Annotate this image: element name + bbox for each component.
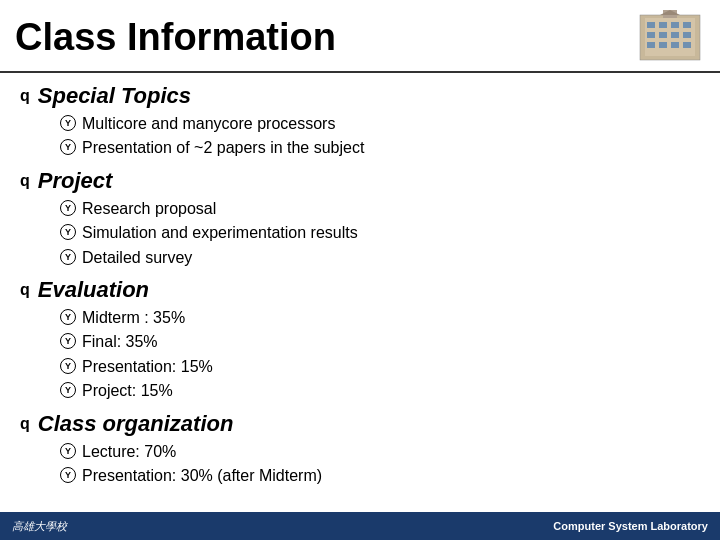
item-circle-bullet: [60, 333, 76, 349]
items-list-evaluation: Midterm : 35%Final: 35%Presentation: 15%…: [20, 307, 700, 403]
section-q-bullet: q: [20, 281, 30, 299]
section-heading-class-organization: qClass organization: [20, 411, 700, 437]
item-circle-bullet: [60, 467, 76, 483]
item-circle-bullet: [60, 249, 76, 265]
items-list-project: Research proposalSimulation and experime…: [20, 198, 700, 269]
logo-building: [635, 10, 705, 65]
item-circle-bullet: [60, 139, 76, 155]
list-item: Lecture: 70%: [60, 441, 700, 463]
section-title-special-topics: Special Topics: [38, 83, 191, 109]
list-item: Detailed survey: [60, 247, 700, 269]
item-text: Presentation of ~2 papers in the subject: [82, 137, 364, 159]
section-heading-evaluation: qEvaluation: [20, 277, 700, 303]
svg-rect-7: [659, 32, 667, 38]
list-item: Midterm : 35%: [60, 307, 700, 329]
list-item: Presentation of ~2 papers in the subject: [60, 137, 700, 159]
item-circle-bullet: [60, 382, 76, 398]
item-text: Project: 15%: [82, 380, 173, 402]
svg-rect-4: [671, 22, 679, 28]
svg-rect-11: [659, 42, 667, 48]
section-class-organization: qClass organizationLecture: 70%Presentat…: [20, 411, 700, 488]
list-item: Project: 15%: [60, 380, 700, 402]
footer-lab-name: Computer System Laboratory: [553, 520, 708, 532]
svg-rect-9: [683, 32, 691, 38]
svg-rect-10: [647, 42, 655, 48]
section-evaluation: qEvaluationMidterm : 35%Final: 35%Presen…: [20, 277, 700, 403]
svg-rect-2: [647, 22, 655, 28]
header: Class Information: [0, 0, 720, 73]
item-text: Research proposal: [82, 198, 216, 220]
section-title-evaluation: Evaluation: [38, 277, 149, 303]
page-title: Class Information: [15, 16, 336, 59]
svg-rect-5: [683, 22, 691, 28]
list-item: Presentation: 30% (after Midterm): [60, 465, 700, 487]
list-item: Final: 35%: [60, 331, 700, 353]
section-q-bullet: q: [20, 172, 30, 190]
svg-rect-6: [647, 32, 655, 38]
item-circle-bullet: [60, 358, 76, 374]
item-circle-bullet: [60, 443, 76, 459]
section-heading-special-topics: qSpecial Topics: [20, 83, 700, 109]
section-q-bullet: q: [20, 87, 30, 105]
section-q-bullet: q: [20, 415, 30, 433]
list-item: Research proposal: [60, 198, 700, 220]
item-text: Multicore and manycore processors: [82, 113, 335, 135]
item-text: Midterm : 35%: [82, 307, 185, 329]
item-text: Presentation: 15%: [82, 356, 213, 378]
list-item: Multicore and manycore processors: [60, 113, 700, 135]
section-project: qProjectResearch proposalSimulation and …: [20, 168, 700, 269]
items-list-special-topics: Multicore and manycore processorsPresent…: [20, 113, 700, 160]
item-circle-bullet: [60, 200, 76, 216]
section-title-project: Project: [38, 168, 113, 194]
item-text: Lecture: 70%: [82, 441, 176, 463]
item-text: Presentation: 30% (after Midterm): [82, 465, 322, 487]
footer-logo-text: 高雄大學校: [12, 519, 67, 534]
section-heading-project: qProject: [20, 168, 700, 194]
item-circle-bullet: [60, 309, 76, 325]
list-item: Simulation and experimentation results: [60, 222, 700, 244]
svg-rect-13: [683, 42, 691, 48]
footer: 高雄大學校 Computer System Laboratory: [0, 512, 720, 540]
section-special-topics: qSpecial TopicsMulticore and manycore pr…: [20, 83, 700, 160]
item-text: Final: 35%: [82, 331, 158, 353]
items-list-class-organization: Lecture: 70%Presentation: 30% (after Mid…: [20, 441, 700, 488]
item-circle-bullet: [60, 115, 76, 131]
svg-rect-12: [671, 42, 679, 48]
item-text: Simulation and experimentation results: [82, 222, 358, 244]
content-area: qSpecial TopicsMulticore and manycore pr…: [0, 73, 720, 505]
svg-rect-8: [671, 32, 679, 38]
item-text: Detailed survey: [82, 247, 192, 269]
svg-rect-3: [659, 22, 667, 28]
list-item: Presentation: 15%: [60, 356, 700, 378]
section-title-class-organization: Class organization: [38, 411, 234, 437]
item-circle-bullet: [60, 224, 76, 240]
